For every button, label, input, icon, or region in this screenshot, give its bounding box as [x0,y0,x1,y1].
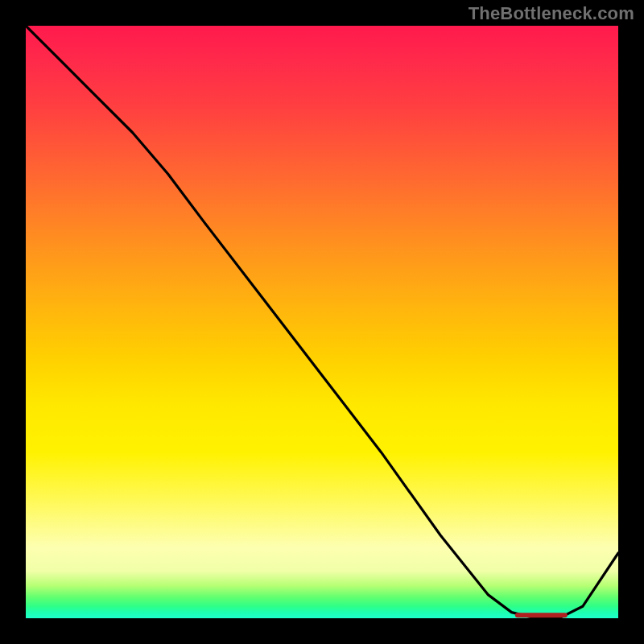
curve-layer [26,26,618,618]
watermark-text: TheBottleneck.com [469,3,634,24]
chart-frame: TheBottleneck.com [0,0,644,644]
bottleneck-curve [26,26,618,618]
plot-area [26,26,618,618]
